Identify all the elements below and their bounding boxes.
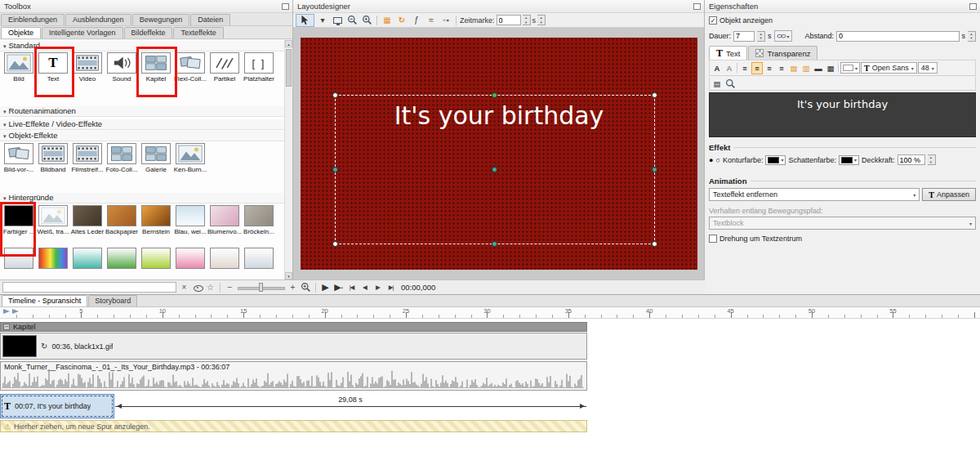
tool-item-flexi-collage[interactable]: Flexi-Coll...: [173, 52, 207, 83]
verhalten-select[interactable]: Textblock▾: [709, 217, 976, 230]
thumbnail-larger-button[interactable]: +: [287, 282, 298, 293]
bg-item-bernstein[interactable]: Bernstein: [139, 205, 173, 236]
duration-arrow[interactable]: [115, 406, 586, 407]
preview-toggle-button[interactable]: [192, 282, 203, 293]
clear-search-button[interactable]: ×: [179, 282, 189, 293]
thumbnail-smaller-button[interactable]: −: [225, 282, 235, 293]
link-duration-button[interactable]: ▾: [774, 30, 792, 42]
collapse-track-button[interactable]: −: [3, 324, 10, 330]
fit-view-button[interactable]: [331, 14, 344, 26]
toolbox-tab-dateien[interactable]: Dateien: [190, 14, 230, 25]
bg-item-row2[interactable]: [242, 248, 276, 269]
bg-item-row2[interactable]: [2, 248, 36, 269]
snap-options-button[interactable]: ▫▾: [439, 14, 452, 26]
tab-transparenz[interactable]: Transparenz: [748, 46, 817, 60]
bg-item-row2[interactable]: [207, 248, 242, 269]
text-clip[interactable]: T 00:07, It's your birthday: [0, 394, 114, 418]
zeitmarke-input[interactable]: [497, 15, 521, 25]
scroll-up-icon[interactable]: ▴: [285, 40, 292, 47]
effekt-radio-filled[interactable]: ●: [709, 156, 713, 164]
resize-handle-right[interactable]: [652, 167, 657, 172]
toolbox-tab-bewegungen[interactable]: Bewegungen: [132, 14, 190, 25]
resize-handle-bottom-left[interactable]: [332, 241, 338, 247]
marker-flag-icon[interactable]: [3, 309, 10, 317]
zoom-preview-button[interactable]: [301, 282, 311, 293]
toolbox-scrollbar[interactable]: ▴ ▾: [284, 40, 292, 279]
skip-start-button[interactable]: |◀: [346, 282, 357, 293]
valign-top-button[interactable]: ▤: [788, 62, 800, 74]
chapter-clip[interactable]: ↻ 00:36, black1x1.gif: [0, 333, 587, 360]
effekt-radio-empty[interactable]: ○: [715, 156, 719, 164]
thumbnail-size-slider[interactable]: [238, 283, 285, 292]
bg-item-blumenvorhang[interactable]: Blumenvo...: [207, 205, 242, 236]
audio-clip[interactable]: Monk_Turner__Fascinoma_-_01_-_Its_Your_B…: [0, 361, 587, 391]
tool-item-partikel[interactable]: Partikel: [207, 52, 242, 83]
section-hintergruende[interactable]: ▾Hintergründe: [0, 193, 284, 203]
toolbox-tab-objekte[interactable]: Objekte: [1, 27, 41, 38]
tool-item-video[interactable]: Video: [70, 52, 105, 83]
toolbox-float-button[interactable]: [282, 3, 289, 10]
tab-timeline-spuransicht[interactable]: Timeline - Spuransicht: [2, 295, 87, 306]
zoom-in-button[interactable]: [360, 14, 373, 26]
resize-handle-left[interactable]: [332, 167, 338, 172]
bg-item-weiss-transparent[interactable]: Weiß, tra...: [36, 205, 70, 236]
toolbox-tab-texteffekte[interactable]: Texteffekte: [173, 27, 223, 38]
effect-item-foto-collage[interactable]: Foto-Coll...: [105, 143, 139, 174]
resize-handle-top-right[interactable]: [652, 92, 657, 98]
zeitmarke-stepper[interactable]: ▴▾: [523, 15, 531, 25]
slide-canvas[interactable]: It's your birthday: [301, 38, 697, 270]
tool-item-platzhalter[interactable]: [ ]Platzhalter: [242, 52, 276, 83]
bg-item-row2[interactable]: [36, 248, 70, 269]
schattenfarbe-dropdown[interactable]: ▾: [839, 155, 859, 165]
bg-item-farbiger[interactable]: Farbiger ...: [2, 205, 36, 236]
objekt-anzeigen-checkbox[interactable]: ✓: [709, 16, 717, 25]
font-size-select[interactable]: 48▾: [918, 62, 938, 74]
line-spacing-button[interactable]: ▬: [813, 62, 824, 74]
effect-item-galerie[interactable]: Galerie: [139, 143, 173, 174]
toolbox-tab-bildeffekte[interactable]: Bildeffekte: [124, 27, 173, 38]
bg-item-altes-leder[interactable]: Altes Leder: [70, 205, 105, 236]
align-left-button[interactable]: ≡: [739, 62, 751, 74]
abstand-stepper[interactable]: ▴▾: [968, 31, 976, 42]
align-justify-button[interactable]: ≡: [776, 62, 787, 74]
outline-color-button[interactable]: A: [724, 62, 735, 74]
rotate-mode-button[interactable]: ↻: [395, 14, 408, 26]
selection-box[interactable]: [335, 95, 655, 244]
slider-thumb[interactable]: [259, 283, 263, 292]
rotate-handle[interactable]: [492, 92, 497, 98]
tool-item-sound[interactable]: Sound: [105, 52, 139, 83]
abstand-input[interactable]: [836, 31, 959, 42]
bg-item-blau-weiss[interactable]: Blau, wei...: [173, 205, 207, 236]
resize-handle-bottom[interactable]: [492, 241, 497, 247]
tab-storyboard[interactable]: Storyboard: [88, 295, 137, 306]
scroll-down-icon[interactable]: ▾: [285, 272, 292, 279]
next-frame-button[interactable]: ▶: [372, 282, 383, 293]
scrollbar-thumb[interactable]: [286, 49, 292, 87]
section-objekt-effekte[interactable]: ▾Objekt-Effekte: [0, 131, 284, 141]
section-live-effekte[interactable]: ▾Live-Effekte / Video-Effekte: [0, 119, 284, 130]
text-box-button[interactable]: ▦: [825, 62, 836, 74]
timeline-ruler[interactable]: 510152025303540455055: [0, 307, 980, 319]
new-track-dropzone[interactable]: ⚠ Hierher ziehen, um neue Spur anzulegen…: [0, 420, 587, 432]
bg-item-row2[interactable]: [139, 248, 173, 269]
resize-handle-top-left[interactable]: [332, 92, 338, 98]
bg-item-broeckelnd[interactable]: Bröckeln...: [242, 205, 276, 236]
toolbox-tab-ausblendungen[interactable]: Ausblendungen: [65, 14, 131, 25]
tool-item-kapitel[interactable]: Kapitel: [139, 52, 173, 83]
drehung-checkbox[interactable]: [709, 235, 717, 243]
kapitel-track-header[interactable]: − Kapitel: [0, 322, 587, 332]
section-standard[interactable]: ▾Standard: [0, 41, 284, 51]
layoutdesigner-float-button[interactable]: [693, 3, 701, 10]
preview-zoom-button[interactable]: [724, 78, 736, 90]
font-family-select[interactable]: TOpen Sans▾: [861, 62, 917, 74]
tool-item-text[interactable]: TText: [36, 52, 70, 83]
select-tool-button[interactable]: [296, 14, 314, 27]
tab-text[interactable]: TText: [709, 46, 747, 60]
bg-item-row2[interactable]: [105, 248, 139, 269]
text-color-dropdown[interactable]: ▾: [840, 62, 860, 74]
resize-handle-bottom-right[interactable]: [652, 241, 657, 247]
effect-item-ken-burns[interactable]: Ken-Burn...: [173, 143, 207, 174]
bg-item-row2[interactable]: [70, 248, 105, 269]
skip-end-button[interactable]: ▶|: [385, 282, 396, 293]
effect-item-bild-vor[interactable]: Bild-vor-...: [2, 143, 36, 174]
